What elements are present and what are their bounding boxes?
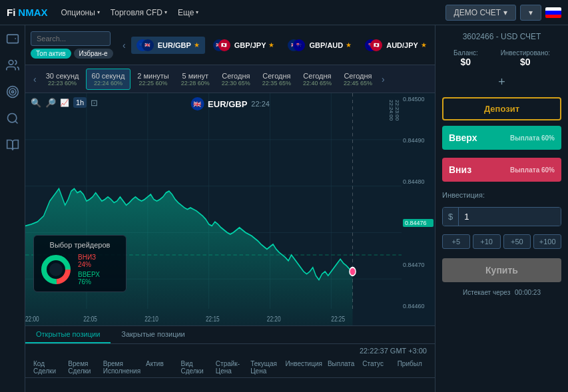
time-2m[interactable]: 2 минуты 22:25 60% xyxy=(132,69,174,89)
balance-label: Баланс: xyxy=(453,49,478,57)
invest-input-row: $ xyxy=(442,207,561,226)
asset-name: GBP/AUD xyxy=(309,41,343,49)
zoom-in-button[interactable]: 🔍 xyxy=(31,98,41,108)
quick-add-10[interactable]: +10 xyxy=(473,234,501,249)
col-deal-id: Код Сделки xyxy=(33,360,63,375)
chart-pair-time: 22:24 xyxy=(251,100,270,108)
add-funds-button[interactable]: + xyxy=(442,75,561,89)
assets-prev-button[interactable]: ‹ xyxy=(120,40,129,51)
nav-more[interactable]: Еще ▾ xyxy=(178,8,198,17)
sidebar-users-icon[interactable] xyxy=(5,57,21,73)
zoom-out-button[interactable]: 🔎 xyxy=(45,98,56,108)
time-today-1[interactable]: Сегодня 22:30 65% xyxy=(216,69,256,89)
down-button[interactable]: Вниз Выплата 60% xyxy=(442,158,561,182)
svg-text:22:15: 22:15 xyxy=(206,315,220,323)
chevron-down-icon: ▾ xyxy=(196,9,198,15)
chart-trend-button[interactable]: 📈 xyxy=(60,98,69,107)
nav-options[interactable]: Опционы ▾ xyxy=(61,8,100,17)
trader-choice-labels: ВНИЗ 24% ВВЕРХ 76% xyxy=(78,254,100,286)
left-sidebar xyxy=(0,25,25,392)
current-price-badge: 0.84476 xyxy=(403,219,433,227)
col-profit: Прибыл xyxy=(398,360,427,375)
invest-label: Инвестиция: xyxy=(442,191,561,199)
flag-icon xyxy=(545,7,561,18)
chevron-down-icon: ▾ xyxy=(503,8,507,17)
asset-bar: Топ актив Избран-е ‹ 🇪🇺 🇬🇧 EUR/GBP ★ 🇬🇧 … xyxy=(25,25,435,65)
svg-point-1 xyxy=(9,61,13,65)
star-icon: ★ xyxy=(194,41,200,49)
logo: FiNMAX xyxy=(7,7,48,18)
invest-input[interactable] xyxy=(459,208,561,226)
time-30s[interactable]: 30 секунд 22:23 60% xyxy=(41,69,85,89)
star-icon: ★ xyxy=(346,41,352,49)
expires-row: Истекает через 00:00:23 xyxy=(442,289,561,296)
asset-gbp-jpy[interactable]: 🇬🇧 🇯🇵 GBP/JPY ★ xyxy=(208,37,280,54)
time-5m[interactable]: 5 минут 22:28 60% xyxy=(176,69,215,89)
currency-label: $ xyxy=(443,208,459,226)
invested-value: $0 xyxy=(520,57,531,67)
asset-aud-jpy[interactable]: 🇦🇺 🇯🇵 AUD/JPY ★ xyxy=(360,37,432,54)
time-bar: ‹ 30 секунд 22:23 60% 60 секунд 22:24 60… xyxy=(25,65,435,93)
time-60s[interactable]: 60 секунд 22:24 60% xyxy=(86,69,131,90)
star-icon: ★ xyxy=(421,41,427,49)
language-selector[interactable]: ▾ xyxy=(520,5,541,21)
svg-point-4 xyxy=(11,91,13,93)
demo-account-button[interactable]: ДЕМО СЧЕТ ▾ xyxy=(445,5,516,21)
tab-open-positions[interactable]: Открытые позиции xyxy=(25,326,111,343)
svg-point-19 xyxy=(350,268,356,276)
col-strike: Страйк-Цена xyxy=(216,360,245,375)
sidebar-target-icon[interactable] xyxy=(5,84,21,100)
svg-rect-0 xyxy=(7,35,18,43)
svg-text:22:20: 22:20 xyxy=(267,315,281,323)
deposit-button[interactable]: Депозит xyxy=(442,97,561,120)
sidebar-wallet-icon[interactable] xyxy=(5,31,21,47)
tab-favorites[interactable]: Избран-е xyxy=(74,49,113,59)
svg-point-3 xyxy=(9,89,16,95)
table-header: Код Сделки Время Сделки Время Исполнения… xyxy=(25,357,435,378)
chevron-down-icon: ▾ xyxy=(97,9,100,15)
quick-add-100[interactable]: +100 xyxy=(533,234,561,249)
sidebar-education-icon[interactable] xyxy=(5,137,21,153)
price-label-low: 0.84460 xyxy=(403,303,433,309)
quick-add-5[interactable]: +5 xyxy=(442,234,470,249)
chart-interval-1h[interactable]: 1h xyxy=(73,97,87,108)
time-today-4[interactable]: Сегодня 22:45 65% xyxy=(338,69,378,89)
asset-gbp-aud[interactable]: 🇬🇧 🇦🇺 GBP/AUD ★ xyxy=(282,37,357,54)
svg-line-6 xyxy=(15,121,17,124)
asset-name: AUD/JPY xyxy=(386,41,418,49)
col-asset: Актив xyxy=(146,360,175,375)
invested-label: Инвестировано: xyxy=(501,49,550,57)
col-payout: Выплата xyxy=(328,360,357,375)
chart-toolbar: 🔍 🔎 📈 1h ⊡ xyxy=(31,97,98,108)
sidebar-search-icon[interactable] xyxy=(5,110,21,126)
time-next-button[interactable]: › xyxy=(379,74,388,85)
time-today-3[interactable]: Сегодня 22:40 65% xyxy=(298,69,337,89)
main-container: Топ актив Избран-е ‹ 🇪🇺 🇬🇧 EUR/GBP ★ 🇬🇧 … xyxy=(0,25,568,392)
center-content: Топ актив Избран-е ‹ 🇪🇺 🇬🇧 EUR/GBP ★ 🇬🇧 … xyxy=(25,25,435,392)
quick-add-50[interactable]: +50 xyxy=(503,234,531,249)
svg-text:22:00: 22:00 xyxy=(25,315,39,323)
balance-row: Баланс: $0 Инвестировано: $0 xyxy=(442,49,561,67)
search-input[interactable] xyxy=(31,31,111,46)
svg-text:22:10: 22:10 xyxy=(144,315,158,323)
up-button[interactable]: Вверх Выплата 60% xyxy=(442,126,561,150)
col-current-price: Текущая Цена xyxy=(250,360,280,375)
asset-filter-tabs: Топ актив Избран-е xyxy=(31,49,117,59)
trader-up-label: ВВЕРХ 76% xyxy=(78,271,100,286)
time-prev-button[interactable]: ‹ xyxy=(31,74,39,85)
tab-top-assets[interactable]: Топ актив xyxy=(31,49,71,59)
price-label-high: 0.84500 xyxy=(403,96,433,102)
price-label-2: 0.84490 xyxy=(403,137,433,144)
chart-type-button[interactable]: ⊡ xyxy=(91,98,98,108)
star-icon: ★ xyxy=(268,41,274,49)
asset-eur-gbp[interactable]: 🇪🇺 🇬🇧 EUR/GBP ★ xyxy=(131,37,205,54)
col-status: Статус xyxy=(362,360,392,375)
tab-closed-positions[interactable]: Закрытые позиции xyxy=(111,326,195,343)
svg-text:22:25: 22:25 xyxy=(331,315,345,323)
col-invest: Инвестиция xyxy=(286,360,322,375)
price-axis: 0.84500 0.84490 0.84480 0.84476 0.84470 … xyxy=(402,93,435,312)
time-today-2[interactable]: Сегодня 22:35 65% xyxy=(257,69,296,89)
nav-cfd[interactable]: Торговля CFD ▾ xyxy=(111,8,167,17)
trader-choice-box: Выбор трейдеров ВНИЗ 24% xyxy=(33,235,127,292)
pair-flag-icon: 🇬🇧 xyxy=(190,97,204,110)
